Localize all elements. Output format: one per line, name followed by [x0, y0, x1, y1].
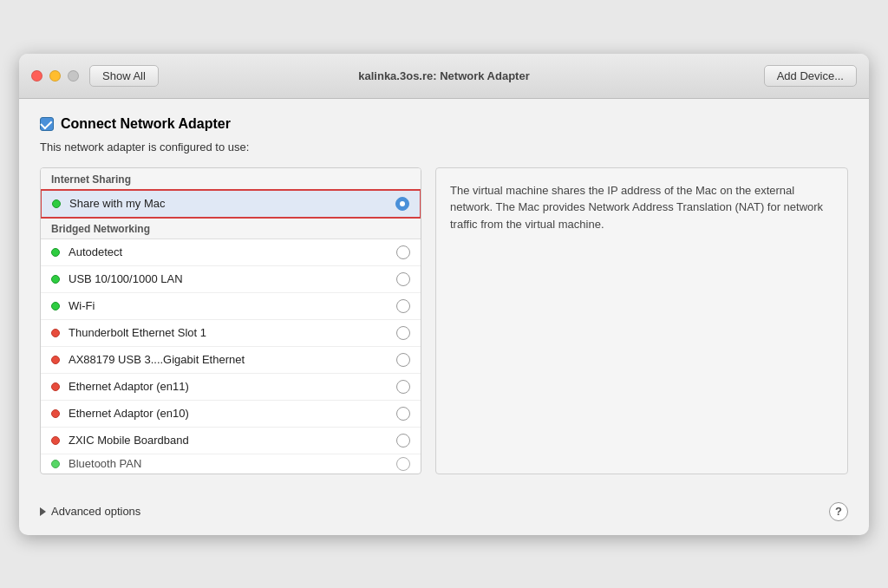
- item-label-bluetooth: Bluetooth PAN: [69, 457, 396, 470]
- status-dot-wifi: [51, 302, 60, 310]
- help-button[interactable]: ?: [829, 502, 848, 521]
- list-item-share-with-mac[interactable]: Share with my Mac: [40, 189, 421, 219]
- status-dot-ax88179: [51, 356, 60, 364]
- status-dot-zxic: [51, 436, 60, 445]
- section-header-internet-sharing: Internet Sharing: [41, 168, 421, 190]
- item-label-wifi: Wi-Fi: [69, 299, 396, 312]
- list-item-zxic[interactable]: ZXIC Mobile Boardband: [41, 428, 421, 454]
- item-label-ax88179: AX88179 USB 3....Gigabit Ethernet: [69, 353, 396, 366]
- item-label-tb-ethernet: Thunderbolt Ethernet Slot 1: [69, 326, 396, 339]
- status-dot-tb-ethernet: [51, 329, 60, 337]
- window-title: kalinka.3os.re: Network Adapter: [358, 69, 529, 82]
- list-item-ax88179[interactable]: AX88179 USB 3....Gigabit Ethernet: [41, 347, 421, 374]
- bottom-bar: Advanced options ?: [19, 492, 869, 535]
- radio-autodetect[interactable]: [396, 245, 410, 259]
- status-dot-eth-en10: [51, 409, 60, 418]
- titlebar: Show All kalinka.3os.re: Network Adapter…: [19, 54, 869, 99]
- list-item-bluetooth[interactable]: Bluetooth PAN: [41, 454, 421, 474]
- radio-usb-lan[interactable]: [396, 272, 410, 286]
- connect-checkbox[interactable]: [40, 117, 54, 131]
- adapter-list-panel: Internet Sharing Share with my Mac Bridg…: [40, 167, 421, 474]
- status-dot-usb-lan: [51, 275, 60, 284]
- item-label-autodetect: Autodetect: [69, 245, 396, 258]
- advanced-options-button[interactable]: Advanced options: [40, 505, 140, 518]
- list-item-tb-ethernet[interactable]: Thunderbolt Ethernet Slot 1: [41, 320, 421, 347]
- maximize-button[interactable]: [68, 70, 79, 82]
- radio-wifi[interactable]: [396, 299, 410, 313]
- add-device-button[interactable]: Add Device...: [764, 65, 857, 87]
- section-header-bridged-networking: Bridged Networking: [41, 218, 421, 239]
- item-label-eth-en11: Ethernet Adaptor (en11): [69, 380, 396, 393]
- list-item-autodetect[interactable]: Autodetect: [41, 239, 421, 266]
- minimize-button[interactable]: [49, 70, 61, 82]
- connect-header: Connect Network Adapter: [40, 116, 848, 132]
- list-item-eth-en10[interactable]: Ethernet Adaptor (en10): [41, 401, 421, 428]
- list-item-eth-en11[interactable]: Ethernet Adaptor (en11): [41, 374, 421, 401]
- status-dot-green: [52, 199, 61, 208]
- connect-title: Connect Network Adapter: [61, 116, 231, 132]
- main-window: Show All kalinka.3os.re: Network Adapter…: [19, 54, 869, 535]
- traffic-lights: [31, 70, 79, 82]
- show-all-button[interactable]: Show All: [89, 65, 159, 87]
- radio-eth-en11[interactable]: [396, 380, 410, 394]
- main-area: Internet Sharing Share with my Mac Bridg…: [40, 167, 848, 474]
- triangle-icon: [40, 507, 46, 516]
- radio-share-with-mac[interactable]: [395, 197, 409, 211]
- info-text: The virtual machine shares the IP addres…: [450, 182, 833, 233]
- radio-tb-ethernet[interactable]: [396, 326, 410, 340]
- info-panel: The virtual machine shares the IP addres…: [435, 167, 848, 474]
- radio-bluetooth[interactable]: [396, 457, 410, 471]
- status-dot-eth-en11: [51, 382, 60, 391]
- item-label-share-with-mac: Share with my Mac: [69, 197, 395, 210]
- item-label-eth-en10: Ethernet Adaptor (en10): [69, 407, 396, 420]
- item-label-usb-lan: USB 10/100/1000 LAN: [69, 272, 396, 285]
- status-dot-autodetect: [51, 248, 60, 257]
- status-dot-bluetooth: [51, 460, 60, 468]
- list-item-wifi[interactable]: Wi-Fi: [41, 293, 421, 320]
- subtitle-text: This network adapter is configured to us…: [40, 140, 848, 154]
- content-area: Connect Network Adapter This network ada…: [19, 99, 869, 492]
- close-button[interactable]: [31, 70, 42, 82]
- advanced-options-label: Advanced options: [51, 505, 140, 518]
- list-item-usb-lan[interactable]: USB 10/100/1000 LAN: [41, 266, 421, 293]
- radio-ax88179[interactable]: [396, 353, 410, 367]
- radio-eth-en10[interactable]: [396, 407, 410, 421]
- radio-zxic[interactable]: [396, 434, 410, 448]
- item-label-zxic: ZXIC Mobile Boardband: [69, 434, 396, 447]
